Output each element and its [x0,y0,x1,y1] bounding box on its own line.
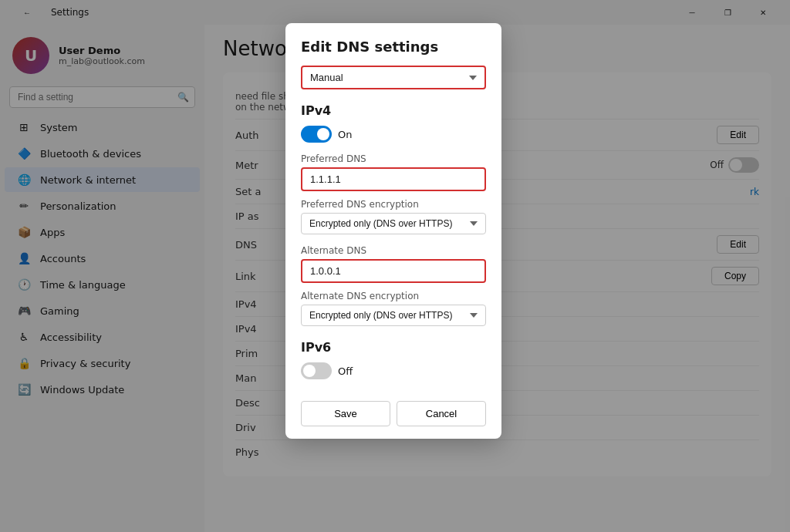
alternate-dns-input[interactable] [301,259,486,283]
cancel-button[interactable]: Cancel [397,401,486,426]
preferred-dns-label: Preferred DNS [301,153,486,164]
dialog-title: Edit DNS settings [301,39,486,55]
ipv6-heading: IPv6 [301,340,486,355]
dns-mode-dropdown[interactable]: Manual Automatic (DHCP) [301,66,486,89]
ipv4-heading: IPv4 [301,103,486,118]
edit-dns-dialog: Edit DNS settings Manual Automatic (DHCP… [285,23,501,439]
ipv4-toggle-label: On [338,129,352,140]
preferred-dns-input[interactable] [301,167,486,191]
preferred-encrypt-dropdown[interactable]: Encrypted only (DNS over HTTPS) [301,213,486,234]
dialog-footer: Save Cancel [301,390,486,439]
ipv6-toggle-row: Off [301,362,486,379]
alternate-encrypt-dropdown[interactable]: Encrypted only (DNS over HTTPS) [301,305,486,326]
save-button[interactable]: Save [301,401,390,426]
ipv6-toggle-label: Off [338,365,353,377]
alternate-encrypt-label: Alternate DNS encryption [301,291,486,301]
preferred-encrypt-label: Preferred DNS encryption [301,199,486,210]
ipv6-toggle[interactable] [301,362,332,379]
alternate-dns-label: Alternate DNS [301,245,486,256]
ipv4-toggle-row: On [301,126,486,143]
ipv4-toggle[interactable] [301,126,332,143]
